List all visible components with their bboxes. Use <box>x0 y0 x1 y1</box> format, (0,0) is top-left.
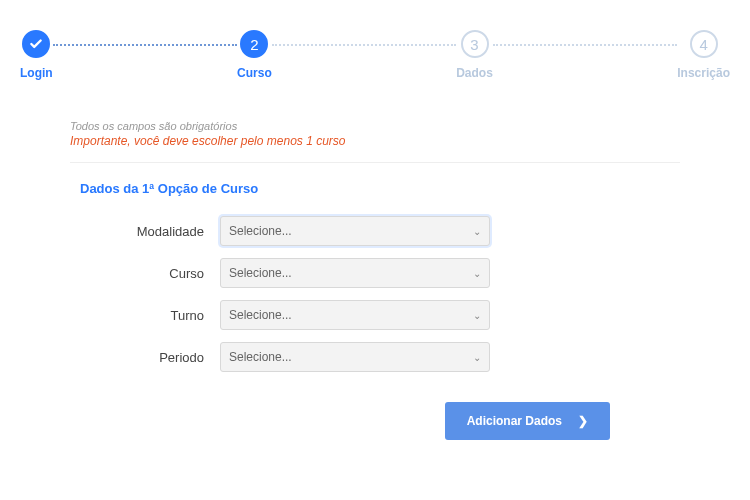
step-label: Inscrição <box>677 66 730 80</box>
select-placeholder: Selecione... <box>229 224 292 238</box>
label-turno: Turno <box>70 308 220 323</box>
step-label: Curso <box>237 66 272 80</box>
step-label: Dados <box>456 66 493 80</box>
step-number: 2 <box>240 30 268 58</box>
step-inscricao[interactable]: 4 Inscrição <box>677 30 730 80</box>
row-periodo: Periodo Selecione... ⌄ <box>70 342 680 372</box>
row-modalidade: Modalidade Selecione... ⌄ <box>70 216 680 246</box>
required-note: Todos os campos são obrigatórios <box>70 120 680 132</box>
select-placeholder: Selecione... <box>229 266 292 280</box>
connector <box>53 44 237 46</box>
select-curso[interactable]: Selecione... ⌄ <box>220 258 490 288</box>
step-number: 3 <box>461 30 489 58</box>
important-note: Importante, você deve escolher pelo meno… <box>70 134 680 148</box>
row-turno: Turno Selecione... ⌄ <box>70 300 680 330</box>
row-curso: Curso Selecione... ⌄ <box>70 258 680 288</box>
select-placeholder: Selecione... <box>229 308 292 322</box>
step-number: 4 <box>690 30 718 58</box>
chevron-right-icon: ❯ <box>578 414 588 428</box>
connector <box>493 44 677 46</box>
button-label: Adicionar Dados <box>467 414 562 428</box>
select-turno[interactable]: Selecione... ⌄ <box>220 300 490 330</box>
form-container: Todos os campos são obrigatórios Importa… <box>20 120 730 440</box>
check-icon <box>22 30 50 58</box>
chevron-down-icon: ⌄ <box>473 226 481 237</box>
select-periodo[interactable]: Selecione... ⌄ <box>220 342 490 372</box>
section-title: Dados da 1ª Opção de Curso <box>70 181 680 196</box>
label-periodo: Periodo <box>70 350 220 365</box>
step-dados[interactable]: 3 Dados <box>456 30 493 80</box>
divider <box>70 162 680 163</box>
label-curso: Curso <box>70 266 220 281</box>
step-login[interactable]: Login <box>20 30 53 80</box>
label-modalidade: Modalidade <box>70 224 220 239</box>
add-data-button[interactable]: Adicionar Dados ❯ <box>445 402 610 440</box>
button-row: Adicionar Dados ❯ <box>70 402 680 440</box>
chevron-down-icon: ⌄ <box>473 310 481 321</box>
chevron-down-icon: ⌄ <box>473 352 481 363</box>
chevron-down-icon: ⌄ <box>473 268 481 279</box>
select-placeholder: Selecione... <box>229 350 292 364</box>
step-curso[interactable]: 2 Curso <box>237 30 272 80</box>
stepper: Login 2 Curso 3 Dados 4 Inscrição <box>20 30 730 80</box>
connector <box>272 44 456 46</box>
select-modalidade[interactable]: Selecione... ⌄ <box>220 216 490 246</box>
step-label: Login <box>20 66 53 80</box>
